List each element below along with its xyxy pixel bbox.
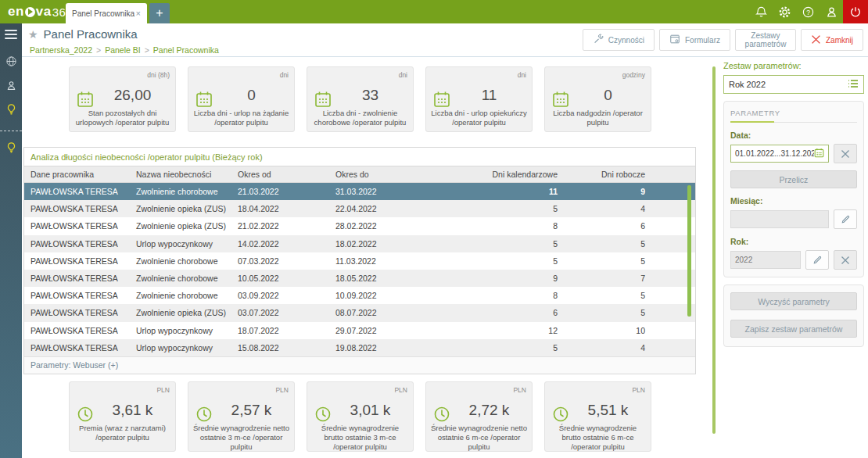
cell-date-from: 07.03.2022 (231, 256, 329, 266)
clock-icon (195, 406, 213, 424)
cell-work-days: 6 (564, 221, 651, 231)
kpi-card[interactable]: godziny 0 Liczba nadgodzin /operator pul… (544, 66, 651, 132)
calendar-icon (433, 91, 450, 109)
table-row[interactable]: PAWŁOWSKA TERESA Zwolnienie chorobowe 03… (24, 287, 695, 304)
kpi-card[interactable]: PLN 3,01 k Średnie wynagrodzenie brutto … (307, 381, 414, 452)
col-nazwa-nieobecnosci[interactable]: Nazwa nieobecności (130, 170, 231, 179)
tab-close-icon[interactable]: × (136, 9, 141, 18)
kpi-card[interactable]: dni 33 Liczba dni - zwolnienie chorobowe… (307, 66, 414, 132)
kpi-label: Stan pozostałych dni urlopowych /operato… (70, 109, 175, 127)
tab-panel-pracownika[interactable]: Panel Pracownika × (66, 3, 147, 23)
person-icon[interactable] (0, 76, 22, 95)
breadcrumb-separator: > (145, 45, 149, 55)
col-okres-od[interactable]: Okres od (231, 170, 329, 179)
calendar-small-icon[interactable] (814, 148, 824, 159)
notifications-bell-icon[interactable] (749, 0, 773, 23)
logout-power-icon[interactable] (843, 0, 868, 23)
cell-date-to: 31.03.2022 (329, 187, 458, 196)
wyczysc-parametry-button[interactable]: Wyczyść parametry (730, 292, 857, 310)
edit-rok-button[interactable] (805, 250, 829, 270)
table-scrollbar[interactable] (687, 185, 691, 317)
przelicz-button[interactable]: Przelicz (730, 170, 857, 188)
zestawy-label: Zestawy parametrów (739, 31, 792, 49)
rok-input[interactable] (735, 256, 796, 264)
parametry-group: PARAMETRY Data: Przelicz Miesiąc: (723, 101, 864, 277)
breadcrumb-item-1[interactable]: Panele BI (105, 45, 141, 55)
cell-date-to: 22.04.2022 (329, 204, 458, 213)
formularz-button[interactable]: Formularz (659, 29, 730, 51)
cell-calendar-days: 8 (458, 291, 564, 300)
zestawy-parametrow-button[interactable]: Zestawy parametrów (735, 29, 796, 51)
kpi-card[interactable]: PLN 2,72 k Średnie wynagrodzenie netto o… (425, 381, 533, 452)
cell-absence: Zwolnienie opieka (ZUS) (130, 308, 231, 317)
lightbulb-icon[interactable] (0, 100, 22, 119)
kpi-card[interactable]: PLN 3,61 k Premia (wraz z narzutami) /op… (69, 381, 176, 452)
sidebar-divider (0, 131, 22, 131)
cell-employee: PAWŁOWSKA TERESA (24, 343, 130, 352)
logo-text-en: en (8, 4, 24, 20)
table-row[interactable]: PAWŁOWSKA TERESA Zwolnienie opieka (ZUS)… (24, 200, 695, 217)
table-row[interactable]: PAWŁOWSKA TERESA Urlop wypoczynkowy 15.0… (24, 339, 695, 356)
date-range-input[interactable] (735, 149, 814, 158)
cell-date-to: 10.09.2022 (329, 291, 458, 300)
favorite-star-icon[interactable]: ★ (28, 28, 38, 41)
new-tab-button[interactable]: + (149, 3, 170, 23)
zestaw-parametrow-label: Zestaw parametrów: (723, 61, 864, 70)
czynnosci-button[interactable]: Czynności (583, 29, 655, 51)
table-row[interactable]: PAWŁOWSKA TERESA Zwolnienie opieka (ZUS)… (24, 304, 695, 321)
panel-divider[interactable] (712, 66, 716, 434)
cell-date-from: 18.07.2022 (231, 326, 329, 335)
col-dane-pracownika[interactable]: Dane pracownika (24, 170, 130, 179)
col-dni-robocze[interactable]: Dni robocze (564, 170, 651, 179)
user-profile-icon[interactable] (820, 0, 843, 23)
table-row[interactable]: PAWŁOWSKA TERESA Urlop wypoczynkowy 18.0… (24, 322, 695, 339)
kpi-unit: dni (518, 71, 526, 79)
kpi-card[interactable]: PLN 2,57 k Średnie wynagrodzenie netto o… (188, 381, 295, 452)
edit-miesiac-button[interactable] (834, 209, 857, 229)
clear-rok-button[interactable] (834, 250, 857, 270)
cell-absence: Zwolnienie opieka (ZUS) (130, 221, 231, 231)
rok-label: Rok: (730, 237, 857, 246)
tab-label: Panel Pracownika (72, 9, 135, 18)
cell-date-from: 21.03.2022 (231, 187, 329, 196)
kpi-card[interactable]: PLN 5,51 k Średnie wynagrodzenie brutto … (544, 381, 651, 452)
cell-absence: Zwolnienie chorobowe (130, 187, 231, 196)
zapisz-zestaw-button[interactable]: Zapisz zestaw parametrów (730, 320, 857, 338)
kpi-card[interactable]: dni 11 Liczba dni - urlop opiekuńczy /op… (425, 66, 533, 132)
cell-calendar-days: 12 (458, 326, 564, 335)
zamknij-button[interactable]: Zamknij (801, 29, 863, 51)
table-row[interactable]: PAWŁOWSKA TERESA Zwolnienie chorobowe 07… (24, 252, 695, 270)
cell-date-to: 18.05.2022 (329, 274, 458, 283)
cell-employee: PAWŁOWSKA TERESA (24, 187, 130, 196)
table-row[interactable]: PAWŁOWSKA TERESA Zwolnienie opieka (ZUS)… (24, 217, 695, 234)
cell-date-from: 14.02.2022 (231, 239, 329, 249)
kpi-unit: PLN (513, 386, 526, 394)
kpi-label: Średnie wynagrodzenie brutto ostatnie 3 … (307, 424, 413, 452)
kpi-card[interactable]: dni (8h) 26,00 Stan pozostałych dni urlo… (69, 66, 176, 132)
cell-work-days: 5 (564, 239, 651, 249)
settings-gear-icon[interactable] (773, 0, 796, 23)
help-question-icon[interactable]: ? (796, 0, 820, 23)
cell-absence: Zwolnienie chorobowe (130, 274, 231, 283)
parameter-set-select[interactable]: Rok 2022 (723, 75, 864, 94)
cell-date-to: 18.02.2022 (329, 239, 458, 249)
breadcrumb-item-2[interactable]: Panel Pracownika (153, 45, 219, 55)
globe-icon[interactable] (0, 52, 22, 70)
cell-employee: PAWŁOWSKA TERESA (24, 291, 130, 300)
lightbulb-icon-2[interactable] (0, 138, 22, 157)
cell-calendar-days: 5 (458, 343, 564, 352)
miesiac-input[interactable] (735, 215, 824, 224)
breadcrumb-item-0[interactable]: Partnerska_2022 (30, 45, 92, 55)
clear-date-button[interactable] (834, 144, 857, 163)
kpi-card[interactable]: dni 0 Liczba dni - urlop na żądanie /ope… (188, 66, 295, 132)
table-row[interactable]: PAWŁOWSKA TERESA Zwolnienie chorobowe 21… (24, 183, 695, 200)
calendar-icon (77, 91, 94, 109)
col-okres-do[interactable]: Okres do (329, 170, 458, 179)
cell-work-days: 5 (564, 256, 651, 266)
cell-absence: Urlop wypoczynkowy (130, 343, 231, 352)
col-dni-kalendarzowe[interactable]: Dni kalendarzowe (458, 170, 564, 179)
table-row[interactable]: PAWŁOWSKA TERESA Zwolnienie chorobowe 10… (24, 270, 695, 287)
table-row[interactable]: PAWŁOWSKA TERESA Urlop wypoczynkowy 14.0… (24, 235, 695, 252)
menu-hamburger-icon[interactable] (5, 30, 17, 39)
parametry-section-title[interactable]: PARAMETRY (730, 109, 857, 123)
